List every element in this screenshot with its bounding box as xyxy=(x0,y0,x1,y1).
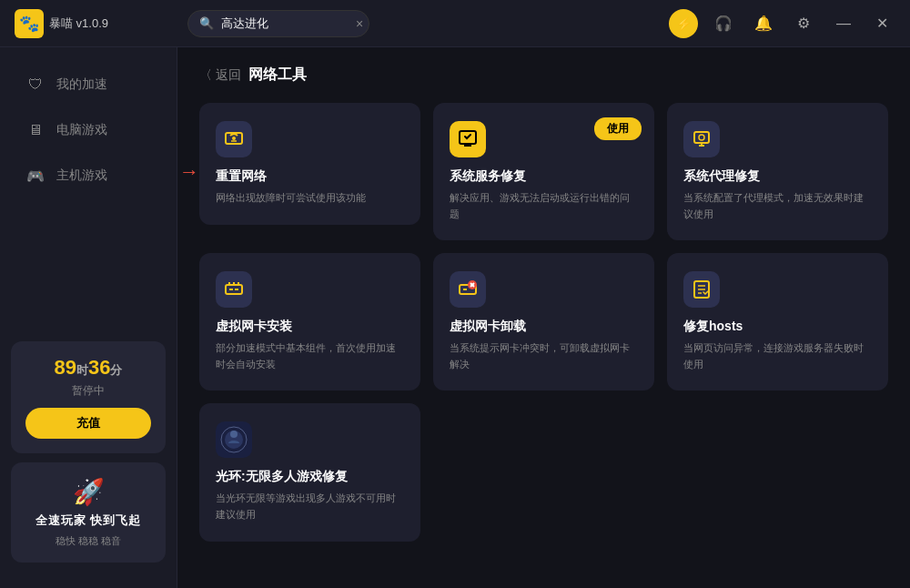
minutes-value: 36 xyxy=(88,356,110,379)
time-display: 89时36分 xyxy=(25,356,151,380)
shield-icon: 🛡 xyxy=(25,75,46,95)
svg-point-25 xyxy=(230,431,238,438)
svg-point-1 xyxy=(232,137,236,140)
header-right: ⚡ 🎧 🔔 ⚙ — ✕ xyxy=(669,9,895,38)
logo-icon: 🐾 xyxy=(15,9,44,38)
main-layout: 🛡 我的加速 🖥 电脑游戏 🎮 主机游戏 89时36分 暂停中 充值 🚀 全速玩… xyxy=(0,47,910,588)
recharge-button[interactable]: 充值 xyxy=(25,408,151,439)
system-service-repair-wrapper: 使用 系统服务修复 解决应用、游戏无法启动或运行出错的问题 xyxy=(433,103,654,240)
minutes-unit: 分 xyxy=(110,363,122,377)
tool-card-halo-repair[interactable]: 光环:无限多人游戏修复 当光环无限等游戏出现多人游戏不可用时建议使用 xyxy=(199,403,420,541)
logo-area: 🐾 暴喵 v1.0.9 xyxy=(15,9,187,38)
hours-unit: 时 xyxy=(76,363,88,377)
rocket-icon: 🚀 xyxy=(73,477,105,507)
monitor-icon: 🖥 xyxy=(25,120,46,140)
search-bar[interactable]: 🔍 × xyxy=(187,10,369,37)
fix-hosts-wrapper: 修复hosts 当网页访问异常，连接游戏服务器失败时使用 xyxy=(667,253,888,390)
halo-icon xyxy=(216,421,252,458)
proxy-repair-icon xyxy=(683,121,720,157)
content-area: 〈 返回 网络工具 → 重置网络 网络出现故障 xyxy=(177,47,910,588)
settings-button[interactable]: ⚙ xyxy=(789,9,818,38)
sidebar-item-console-games[interactable]: 🎮 主机游戏 xyxy=(7,155,169,197)
nic-install-icon xyxy=(216,271,252,308)
sidebar-item-pc-games[interactable]: 🖥 电脑游戏 xyxy=(7,109,169,151)
breadcrumb: 〈 返回 网络工具 xyxy=(199,66,888,85)
close-button[interactable]: ✕ xyxy=(869,11,895,35)
app-version: 暴喵 v1.0.9 xyxy=(49,15,108,32)
time-status: 暂停中 xyxy=(25,383,151,399)
halo-repair-title: 光环:无限多人游戏修复 xyxy=(216,469,404,485)
back-button[interactable]: 〈 返回 xyxy=(199,67,241,84)
promo-card: 🚀 全速玩家 快到飞起 稳快 稳稳 稳音 xyxy=(11,462,166,563)
sidebar-bottom: 89时36分 暂停中 充值 🚀 全速玩家 快到飞起 稳快 稳稳 稳音 xyxy=(0,330,177,573)
tool-grid: → 重置网络 网络出现故障时可尝试使用该功能 xyxy=(199,103,888,542)
search-icon: 🔍 xyxy=(199,16,214,30)
reset-network-wrapper: → 重置网络 网络出现故障时可尝试使用该功能 xyxy=(199,103,420,240)
halo-repair-desc: 当光环无限等游戏出现多人游戏不可用时建议使用 xyxy=(216,491,404,522)
tool-card-fix-hosts[interactable]: 修复hosts 当网页访问异常，连接游戏服务器失败时使用 xyxy=(667,253,888,390)
promo-subtitle: 稳快 稳稳 稳音 xyxy=(56,534,121,548)
virtual-nic-install-wrapper: 虚拟网卡安装 部分加速模式中基本组件，首次使用加速时会自动安装 xyxy=(199,253,420,390)
reset-network-title: 重置网络 xyxy=(216,168,404,185)
minimize-button[interactable]: — xyxy=(829,12,858,35)
fix-hosts-icon xyxy=(683,271,720,308)
sidebar-item-console-games-label: 主机游戏 xyxy=(56,167,107,184)
reset-network-desc: 网络出现故障时可尝试使用该功能 xyxy=(216,190,404,207)
virtual-nic-uninstall-title: 虚拟网卡卸载 xyxy=(450,319,638,335)
tool-card-reset-network[interactable]: 重置网络 网络出现故障时可尝试使用该功能 xyxy=(199,103,420,225)
svg-point-5 xyxy=(699,135,704,140)
virtual-nic-uninstall-wrapper: 虚拟网卡卸载 当系统提示网卡冲突时，可卸载虚拟网卡解决 xyxy=(433,253,654,390)
halo-repair-wrapper: 光环:无限多人游戏修复 当光环无限等游戏出现多人游戏不可用时建议使用 xyxy=(199,403,420,541)
system-proxy-repair-wrapper: 系统代理修复 当系统配置了代理模式，加速无效果时建议使用 xyxy=(667,103,888,240)
service-repair-icon xyxy=(450,121,486,157)
tool-card-system-service-repair[interactable]: 使用 系统服务修复 解决应用、游戏无法启动或运行出错的问题 xyxy=(433,103,654,240)
system-service-repair-desc: 解决应用、游戏无法启动或运行出错的问题 xyxy=(450,190,638,222)
headset-button[interactable]: 🎧 xyxy=(709,9,738,38)
page-title: 网络工具 xyxy=(248,66,307,85)
time-card: 89时36分 暂停中 充值 xyxy=(11,341,166,453)
bell-button[interactable]: 🔔 xyxy=(749,9,778,38)
search-clear-button[interactable]: × xyxy=(356,16,363,31)
avatar-button[interactable]: ⚡ xyxy=(669,9,698,38)
system-service-repair-title: 系统服务修复 xyxy=(450,168,638,185)
sidebar-item-my-boost[interactable]: 🛡 我的加速 xyxy=(7,64,169,106)
svg-rect-8 xyxy=(226,285,242,294)
sidebar: 🛡 我的加速 🖥 电脑游戏 🎮 主机游戏 89时36分 暂停中 充值 🚀 全速玩… xyxy=(0,47,177,588)
system-proxy-repair-title: 系统代理修复 xyxy=(683,168,872,185)
promo-title: 全速玩家 快到飞起 xyxy=(35,512,142,529)
fix-hosts-title: 修复hosts xyxy=(683,319,872,335)
gamepad-icon: 🎮 xyxy=(25,166,46,186)
tool-card-virtual-nic-uninstall[interactable]: 虚拟网卡卸载 当系统提示网卡冲突时，可卸载虚拟网卡解决 xyxy=(433,253,654,390)
network-icon xyxy=(216,121,252,157)
use-badge[interactable]: 使用 xyxy=(594,117,642,140)
tool-card-system-proxy-repair[interactable]: 系统代理修复 当系统配置了代理模式，加速无效果时建议使用 xyxy=(667,103,888,240)
fix-hosts-desc: 当网页访问异常，连接游戏服务器失败时使用 xyxy=(683,340,872,372)
sidebar-item-my-boost-label: 我的加速 xyxy=(56,76,107,93)
tool-card-virtual-nic-install[interactable]: 虚拟网卡安装 部分加速模式中基本组件，首次使用加速时会自动安装 xyxy=(199,253,420,390)
hours-value: 89 xyxy=(55,356,76,379)
svg-rect-4 xyxy=(694,132,709,143)
nic-uninstall-icon xyxy=(450,271,486,308)
search-input[interactable] xyxy=(221,16,349,30)
system-proxy-repair-desc: 当系统配置了代理模式，加速无效果时建议使用 xyxy=(683,190,872,222)
virtual-nic-install-title: 虚拟网卡安装 xyxy=(216,319,404,335)
virtual-nic-uninstall-desc: 当系统提示网卡冲突时，可卸载虚拟网卡解决 xyxy=(450,340,638,372)
virtual-nic-install-desc: 部分加速模式中基本组件，首次使用加速时会自动安装 xyxy=(216,340,404,372)
title-bar: 🐾 暴喵 v1.0.9 🔍 × ⚡ 🎧 🔔 ⚙ — ✕ xyxy=(0,0,910,47)
sidebar-item-pc-games-label: 电脑游戏 xyxy=(56,122,107,138)
arrow-indicator: → xyxy=(179,160,199,184)
